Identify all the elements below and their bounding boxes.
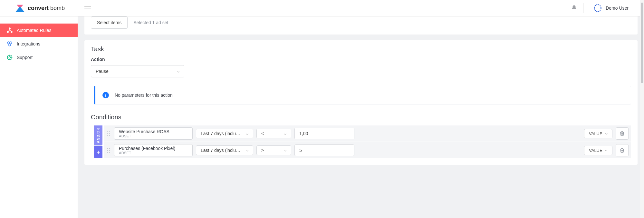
sidebar-item-integrations[interactable]: Integrations	[0, 37, 78, 51]
user-name: Demo User	[606, 5, 629, 11]
chevron-down-icon	[283, 149, 286, 152]
task-card: Task Action Pause i No parameters for th…	[84, 40, 638, 165]
scrollbar-thumb[interactable]	[641, 3, 643, 83]
app-header: convert bomb Demo User	[0, 0, 644, 16]
info-panel: i No parameters for this action	[94, 86, 631, 104]
delete-condition-button[interactable]	[616, 127, 629, 140]
condition-rows: Website Purchase ROAS ADSET Last 7 days …	[104, 125, 631, 158]
sidebar-item-automated-rules[interactable]: Automated Rules	[0, 24, 78, 37]
sidebar-item-support[interactable]: Support	[0, 51, 78, 64]
svg-point-6	[7, 42, 10, 44]
drag-handle-icon[interactable]	[106, 148, 111, 153]
value-type-select[interactable]: VALUE	[584, 129, 612, 138]
metric-select[interactable]: Website Purchase ROAS ADSET	[114, 127, 193, 140]
header-divider	[583, 3, 584, 13]
sidebar-item-label: Automated Rules	[17, 28, 51, 33]
svg-point-2	[594, 5, 601, 11]
svg-point-10	[9, 57, 11, 58]
avatar-icon	[593, 3, 602, 13]
operator-value: <	[261, 131, 264, 136]
logo-icon	[15, 4, 24, 12]
conditions-group: AND / OR + Websi	[94, 125, 631, 158]
header-right: Demo User	[571, 2, 644, 14]
info-text: No parameters for this action	[115, 93, 173, 98]
sidebar-item-label: Support	[17, 55, 33, 60]
drag-handle-icon[interactable]	[106, 131, 111, 136]
period-select[interactable]: Last 7 days (includin...	[196, 129, 253, 138]
condition-row: Website Purchase ROAS ADSET Last 7 days …	[104, 125, 631, 142]
chevron-down-icon	[283, 132, 286, 135]
operator-select[interactable]: >	[256, 145, 291, 155]
metric-name: Purchases (Facebook Pixel)	[119, 146, 175, 151]
svg-marker-1	[15, 6, 24, 12]
period-value: Last 7 days (includin...	[201, 148, 243, 153]
chevron-down-icon	[176, 70, 179, 73]
value-type-value: VALUE	[589, 131, 602, 136]
chevron-down-icon	[245, 132, 248, 135]
value-type-value: VALUE	[589, 148, 602, 153]
chevron-down-icon	[604, 149, 608, 152]
logo-text: convert bomb	[28, 5, 65, 12]
main-content: Select items Selected 1 ad set Task Acti…	[78, 16, 644, 218]
period-value: Last 7 days (includin...	[201, 131, 243, 136]
conditions-title: Conditions	[91, 114, 631, 121]
svg-point-8	[9, 44, 11, 46]
rules-icon	[6, 27, 13, 34]
task-title: Task	[91, 45, 631, 53]
add-condition-button[interactable]: +	[94, 146, 102, 158]
info-icon: i	[102, 92, 109, 98]
integrations-icon	[6, 41, 13, 47]
action-label: Action	[91, 57, 631, 62]
sidebar-item-label: Integrations	[17, 41, 40, 46]
action-select[interactable]: Pause	[91, 65, 184, 77]
period-select[interactable]: Last 7 days (includin...	[196, 145, 253, 155]
sidebar: Automated Rules Integrations Support	[0, 16, 78, 218]
operator-value: >	[261, 148, 264, 153]
user-menu[interactable]: Demo User	[590, 2, 631, 14]
notifications-icon[interactable]	[571, 5, 577, 12]
select-items-button[interactable]: Select items	[91, 16, 128, 29]
condition-row: Purchases (Facebook Pixel) ADSET Last 7 …	[104, 142, 631, 158]
metric-level: ADSET	[119, 151, 131, 155]
delete-condition-button[interactable]	[616, 144, 629, 156]
metric-name: Website Purchase ROAS	[119, 129, 169, 134]
logo[interactable]: convert bomb	[0, 0, 78, 16]
scope-card: Select items Selected 1 ad set	[84, 16, 638, 35]
and-or-toggle[interactable]: AND / OR	[94, 125, 102, 145]
value-input[interactable]	[294, 128, 354, 139]
operator-select[interactable]: <	[256, 129, 291, 138]
scrollbar[interactable]	[640, 0, 644, 218]
metric-level: ADSET	[119, 134, 131, 138]
chevron-down-icon	[604, 132, 608, 135]
action-select-value: Pause	[96, 69, 109, 74]
menu-toggle-icon[interactable]	[84, 6, 91, 10]
selected-count-text: Selected 1 ad set	[133, 20, 168, 25]
support-icon	[6, 54, 13, 61]
value-type-select[interactable]: VALUE	[584, 146, 612, 155]
metric-select[interactable]: Purchases (Facebook Pixel) ADSET	[114, 144, 193, 156]
and-or-column: AND / OR +	[94, 125, 102, 158]
value-input[interactable]	[294, 144, 354, 156]
svg-point-3	[9, 28, 10, 29]
svg-point-7	[10, 42, 12, 44]
chevron-down-icon	[245, 149, 248, 152]
